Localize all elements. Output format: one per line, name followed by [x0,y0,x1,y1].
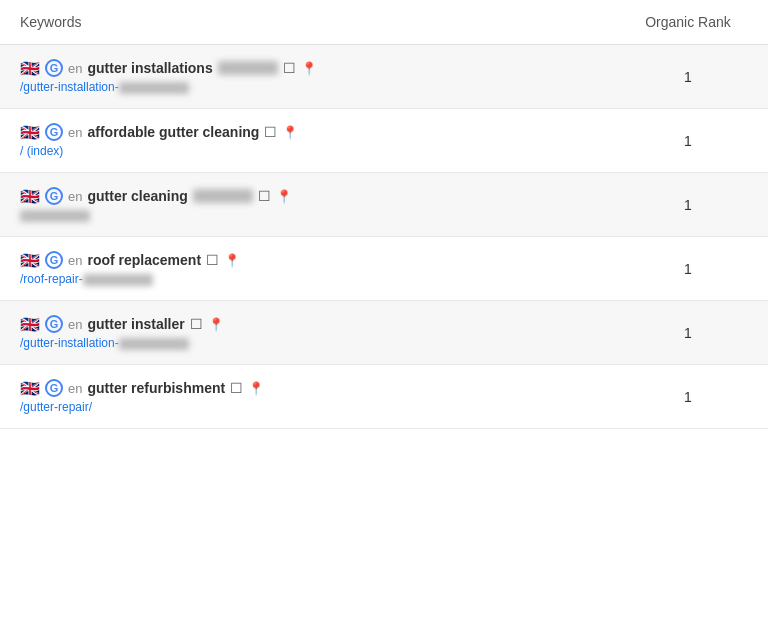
organic-rank-column-header: Organic Rank [628,14,748,30]
location-icon: 📍 [208,317,224,332]
device-icon: ☐ [190,316,203,332]
table-row: 🇬🇧Genroof replacement☐📍/roof-repair-xxxx… [0,237,768,301]
flag-icon: 🇬🇧 [20,253,40,267]
google-icon: G [45,379,63,397]
device-icon: ☐ [230,380,243,396]
keywords-table: Keywords Organic Rank 🇬🇧Gengutter instal… [0,0,768,429]
table-row: 🇬🇧Gengutter installer☐📍/gutter-installat… [0,301,768,365]
language-tag: en [68,125,82,140]
url-blurred: xxxxxxxx [20,210,90,222]
url-line[interactable]: /gutter-installation-xxxxxxxx [20,80,628,94]
location-icon: 📍 [224,253,240,268]
keyword-cell: 🇬🇧Gengutter refurbishment☐📍/gutter-repai… [20,379,628,414]
table-header: Keywords Organic Rank [0,0,768,45]
keyword-text: gutter cleaning [87,188,187,204]
device-icon: ☐ [258,188,271,204]
url-blurred: xxxxxxxx [119,338,189,350]
keyword-text: gutter installations [87,60,212,76]
url-blurred: xxxxxxxx [119,82,189,94]
rank-cell: 1 [628,133,748,149]
location-icon: 📍 [248,381,264,396]
device-icon: ☐ [283,60,296,76]
url-line[interactable]: xxxxxxxx [20,208,628,222]
location-icon: 📍 [301,61,317,76]
language-tag: en [68,317,82,332]
url-text: / (index) [20,144,63,158]
rank-cell: 1 [628,325,748,341]
keyword-text: gutter refurbishment [87,380,225,396]
rank-cell: 1 [628,197,748,213]
flag-icon: 🇬🇧 [20,317,40,331]
url-text: /gutter-repair/ [20,400,92,414]
url-line[interactable]: /gutter-installation-xxxxxxxx [20,336,628,350]
url-text: /roof-repair- [20,272,83,286]
rank-cell: 1 [628,261,748,277]
keyword-blurred: xxxxxxxx [193,189,253,203]
url-line[interactable]: /roof-repair-xxxxxxxx [20,272,628,286]
url-text: /gutter-installation- [20,336,119,350]
rank-cell: 1 [628,69,748,85]
keyword-cell: 🇬🇧Genroof replacement☐📍/roof-repair-xxxx… [20,251,628,286]
google-icon: G [45,59,63,77]
keyword-cell: 🇬🇧Gengutter cleaningxxxxxxxx☐📍xxxxxxxx [20,187,628,222]
google-icon: G [45,187,63,205]
keyword-text: roof replacement [87,252,201,268]
table-row: 🇬🇧Gengutter installationsxxxxxxxx☐📍/gutt… [0,45,768,109]
url-text: /gutter-installation- [20,80,119,94]
google-icon: G [45,123,63,141]
keyword-text: gutter installer [87,316,184,332]
device-icon: ☐ [206,252,219,268]
flag-icon: 🇬🇧 [20,61,40,75]
keywords-column-header: Keywords [20,14,81,30]
keyword-cell: 🇬🇧Genaffordable gutter cleaning☐📍/ (inde… [20,123,628,158]
table-row: 🇬🇧Gengutter cleaningxxxxxxxx☐📍xxxxxxxx1 [0,173,768,237]
language-tag: en [68,381,82,396]
url-line[interactable]: / (index) [20,144,628,158]
url-line[interactable]: /gutter-repair/ [20,400,628,414]
table-row: 🇬🇧Genaffordable gutter cleaning☐📍/ (inde… [0,109,768,173]
keyword-cell: 🇬🇧Gengutter installationsxxxxxxxx☐📍/gutt… [20,59,628,94]
language-tag: en [68,61,82,76]
device-icon: ☐ [264,124,277,140]
table-row: 🇬🇧Gengutter refurbishment☐📍/gutter-repai… [0,365,768,429]
location-icon: 📍 [276,189,292,204]
table-body: 🇬🇧Gengutter installationsxxxxxxxx☐📍/gutt… [0,45,768,429]
url-blurred: xxxxxxxx [83,274,153,286]
language-tag: en [68,189,82,204]
location-icon: 📍 [282,125,298,140]
keyword-blurred: xxxxxxxx [218,61,278,75]
google-icon: G [45,251,63,269]
flag-icon: 🇬🇧 [20,189,40,203]
keyword-text: affordable gutter cleaning [87,124,259,140]
rank-cell: 1 [628,389,748,405]
keyword-cell: 🇬🇧Gengutter installer☐📍/gutter-installat… [20,315,628,350]
language-tag: en [68,253,82,268]
flag-icon: 🇬🇧 [20,125,40,139]
flag-icon: 🇬🇧 [20,381,40,395]
google-icon: G [45,315,63,333]
